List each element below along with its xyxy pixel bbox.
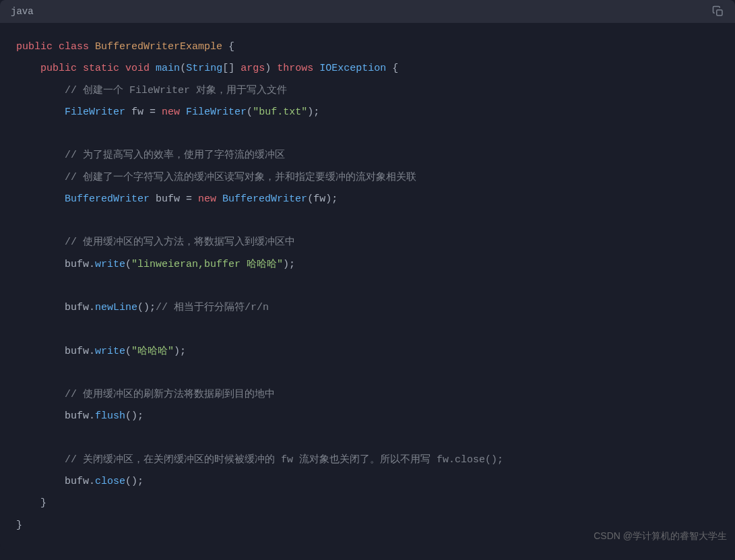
code-line: // 使用缓冲区的刷新方法将数据刷到目的地中 — [16, 384, 719, 406]
code-line: public class BufferedWriterExample { — [16, 36, 719, 58]
code-line: FileWriter fw = new FileWriter("buf.txt"… — [16, 102, 719, 123]
code-line — [16, 123, 719, 145]
code-header: java — [0, 0, 735, 23]
code-line: } — [16, 493, 719, 514]
code-line — [16, 363, 719, 384]
svg-rect-0 — [717, 10, 722, 15]
code-line: bufw.write("哈哈哈"); — [16, 341, 719, 363]
code-line — [16, 276, 719, 297]
language-label: java — [11, 6, 34, 17]
code-line: bufw.close(); — [16, 471, 719, 493]
code-line — [16, 319, 719, 340]
code-line: bufw.write("linweieran,buffer 哈哈哈"); — [16, 254, 719, 276]
code-block: java public class BufferedWriterExample … — [0, 0, 735, 550]
code-line: // 使用缓冲区的写入方法，将数据写入到缓冲区中 — [16, 232, 719, 253]
code-line: BufferedWriter bufw = new BufferedWriter… — [16, 189, 719, 210]
copy-icon — [712, 5, 724, 18]
code-line: bufw.flush(); — [16, 406, 719, 427]
copy-button[interactable] — [712, 5, 724, 18]
code-line — [16, 428, 719, 449]
code-line: bufw.newLine();// 相当于行分隔符/r/n — [16, 297, 719, 319]
code-line — [16, 210, 719, 232]
code-line: // 为了提高写入的效率，使用了字符流的缓冲区 — [16, 145, 719, 166]
code-body: public class BufferedWriterExample { pub… — [0, 23, 735, 550]
code-line: // 创建一个 FileWriter 对象，用于写入文件 — [16, 80, 719, 102]
code-line: // 创建了一个字符写入流的缓冲区读写对象，并和指定要缓冲的流对象相关联 — [16, 167, 719, 189]
watermark: CSDN @学计算机的睿智大学生 — [594, 526, 727, 546]
code-line: public static void main(String[] args) t… — [16, 58, 719, 80]
code-line: // 关闭缓冲区，在关闭缓冲区的时候被缓冲的 fw 流对象也关闭了。所以不用写 … — [16, 449, 719, 471]
